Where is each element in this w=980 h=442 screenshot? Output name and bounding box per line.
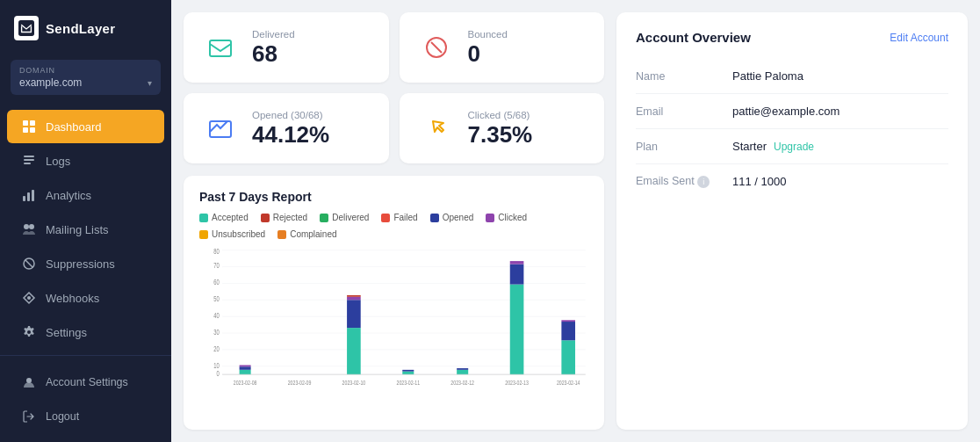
legend-failed: Failed	[381, 213, 417, 222]
stat-value: 68	[252, 41, 295, 67]
legend-delivered: Delivered	[320, 213, 369, 222]
account-row-label: Email	[636, 105, 732, 118]
logout-icon	[21, 409, 37, 424]
stat-card-bounced: Bounced 0	[400, 12, 605, 83]
sidebar-item-label: Dashboard	[46, 120, 102, 134]
dashboard-icon	[21, 119, 37, 134]
svg-rect-9	[27, 192, 30, 201]
stat-info-delivered: Delivered 68	[252, 29, 295, 67]
svg-rect-3	[23, 127, 28, 133]
legend-opened: Opened	[430, 213, 474, 222]
sidebar-item-label: Logout	[46, 410, 79, 423]
svg-rect-61	[561, 322, 575, 340]
sidebar-item-account-settings[interactable]: Account Settings	[7, 366, 164, 399]
svg-point-11	[24, 224, 29, 229]
legend-clicked: Clicked	[486, 213, 527, 222]
svg-rect-0	[18, 20, 34, 36]
sidebar-item-label: Analytics	[46, 189, 91, 202]
svg-text:80: 80	[213, 247, 220, 256]
svg-text:30: 30	[213, 328, 220, 337]
svg-rect-56	[510, 285, 524, 375]
sidebar-item-logs[interactable]: Logs	[7, 144, 164, 178]
main-content: Delivered 68 Bounced 0	[171, 0, 980, 442]
stat-info-clicked: Clicked (5/68) 7.35%	[468, 110, 533, 148]
logo-text: SendLayer	[46, 21, 115, 36]
domain-label: DOMAIN	[19, 66, 152, 75]
stat-value: 44.12%	[252, 122, 329, 148]
bounced-icon	[417, 28, 456, 67]
sidebar-item-settings[interactable]: Settings	[7, 315, 164, 349]
account-row-emails-sent: Emails Sent i 111 / 1000	[636, 164, 948, 199]
legend-color	[261, 214, 270, 222]
account-header: Account Overview Edit Account	[636, 30, 948, 45]
legend-color	[320, 214, 328, 222]
mailing-lists-icon	[21, 221, 37, 237]
legend-color	[199, 214, 208, 222]
content-area: Delivered 68 Bounced 0	[171, 0, 980, 442]
domain-selector[interactable]: DOMAIN example.com ▾	[11, 60, 161, 95]
svg-rect-57	[510, 264, 524, 285]
legend-color	[199, 230, 208, 239]
sidebar-item-dashboard[interactable]: Dashboard	[7, 110, 164, 143]
legend-color	[277, 230, 286, 239]
svg-rect-7	[24, 163, 31, 164]
stat-info-opened: Opened (30/68) 44.12%	[252, 110, 329, 148]
svg-line-20	[431, 42, 442, 53]
account-row-plan: Plan Starter Upgrade	[636, 129, 948, 164]
settings-icon	[21, 324, 37, 340]
svg-rect-50	[402, 372, 414, 375]
account-row-value: pattie@example.com	[732, 105, 839, 118]
info-icon[interactable]: i	[697, 176, 710, 188]
sidebar-item-analytics[interactable]: Analytics	[7, 178, 164, 212]
account-settings-icon	[21, 374, 37, 390]
domain-value: example.com ▾	[19, 76, 152, 89]
sidebar-item-webhooks[interactable]: Webhooks	[7, 281, 164, 315]
svg-text:2023-02-08: 2023-02-08	[234, 379, 257, 386]
stat-value: 0	[468, 41, 508, 67]
chart-title: Past 7 Days Report	[199, 190, 588, 204]
svg-rect-46	[347, 300, 361, 328]
svg-rect-1	[23, 120, 28, 126]
svg-rect-5	[24, 156, 34, 157]
svg-text:70: 70	[213, 261, 220, 270]
svg-rect-18	[210, 40, 231, 56]
sidebar-item-mailing-lists[interactable]: Mailing Lists	[7, 213, 164, 246]
sidebar-item-label: Logs	[46, 155, 70, 168]
svg-text:60: 60	[213, 278, 220, 286]
svg-line-14	[25, 260, 32, 267]
edit-account-link[interactable]: Edit Account	[890, 32, 948, 44]
nav-section: Dashboard Logs Analytics Mailing Lists S…	[0, 104, 171, 355]
svg-rect-60	[561, 340, 575, 374]
svg-text:2023-02-13: 2023-02-13	[505, 379, 529, 386]
legend-accepted: Accepted	[199, 213, 249, 222]
svg-rect-41	[240, 366, 251, 370]
svg-rect-4	[30, 127, 35, 133]
plan-row: Starter Upgrade	[732, 140, 814, 153]
svg-text:10: 10	[213, 360, 220, 369]
plan-value: Starter	[732, 140, 767, 153]
account-row-label: Emails Sent i	[636, 175, 732, 188]
svg-rect-42	[240, 365, 251, 366]
legend-unsubscribed: Unsubscribed	[199, 229, 265, 239]
sidebar: SendLayer DOMAIN example.com ▾ Dashboard…	[0, 0, 171, 442]
account-card: Account Overview Edit Account Name Patti…	[616, 12, 968, 430]
sidebar-item-label: Webhooks	[46, 292, 99, 305]
sidebar-item-suppressions[interactable]: Suppressions	[7, 247, 164, 280]
stat-label: Bounced	[468, 29, 508, 40]
svg-text:2023-02-10: 2023-02-10	[342, 379, 366, 386]
svg-rect-53	[457, 370, 468, 374]
sidebar-item-logout[interactable]: Logout	[7, 400, 164, 433]
delivered-icon	[201, 28, 240, 67]
stat-info-bounced: Bounced 0	[468, 29, 508, 67]
stat-label: Delivered	[252, 29, 295, 40]
svg-text:40: 40	[213, 311, 220, 320]
account-title: Account Overview	[636, 30, 751, 45]
stat-label: Opened (30/68)	[252, 110, 329, 120]
sidebar-item-label: Settings	[46, 326, 87, 339]
stat-card-opened: Opened (30/68) 44.12%	[184, 93, 389, 163]
sidebar-item-label: Account Settings	[46, 376, 128, 388]
svg-rect-45	[347, 328, 361, 374]
svg-rect-48	[347, 295, 361, 297]
svg-text:2023-02-14: 2023-02-14	[557, 379, 580, 386]
upgrade-link[interactable]: Upgrade	[774, 141, 814, 153]
